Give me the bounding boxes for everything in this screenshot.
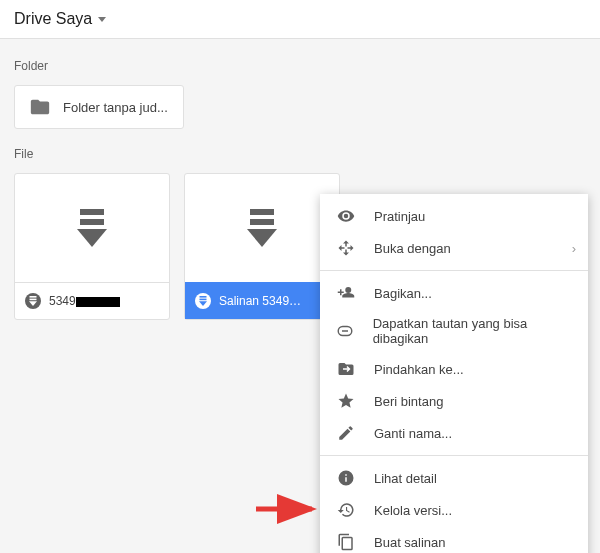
person-add-icon: [336, 284, 356, 302]
menu-label: Beri bintang: [374, 394, 443, 409]
location-bar[interactable]: Drive Saya: [0, 0, 600, 39]
file-name: 5349: [49, 294, 159, 308]
menu-label: Pratinjau: [374, 209, 425, 224]
menu-get-link[interactable]: Dapatkan tautan yang bisa dibagikan: [320, 309, 588, 353]
context-menu: Pratinjau Buka dengan › Bagikan... Dapat…: [320, 194, 588, 553]
menu-versions[interactable]: Kelola versi...: [320, 494, 588, 526]
pencil-icon: [336, 424, 356, 442]
menu-label: Kelola versi...: [374, 503, 452, 518]
menu-star[interactable]: Beri bintang: [320, 385, 588, 417]
svg-marker-2: [77, 229, 107, 247]
eye-icon: [336, 207, 356, 225]
info-icon: [336, 469, 356, 487]
file-footer: Salinan 5349: [185, 282, 339, 319]
menu-share[interactable]: Bagikan...: [320, 277, 588, 309]
folder-move-icon: [336, 360, 356, 378]
svg-rect-12: [200, 299, 207, 301]
menu-separator: [320, 270, 588, 271]
svg-rect-4: [30, 296, 37, 298]
menu-label: Bagikan...: [374, 286, 432, 301]
menu-move-to[interactable]: Pindahkan ke...: [320, 353, 588, 385]
svg-point-3: [25, 293, 41, 309]
file-type-icon: [25, 293, 41, 309]
menu-details[interactable]: Lihat detail: [320, 462, 588, 494]
file-thumbnail: [15, 174, 169, 282]
file-thumbnail: [185, 174, 339, 282]
menu-label: Buka dengan: [374, 241, 451, 256]
svg-marker-9: [247, 229, 277, 247]
file-item[interactable]: 5349: [14, 173, 170, 320]
menu-rename[interactable]: Ganti nama...: [320, 417, 588, 449]
file-section-label: File: [14, 147, 586, 161]
svg-rect-8: [250, 219, 274, 225]
svg-rect-5: [30, 299, 37, 301]
file-name: Salinan 5349: [219, 294, 329, 308]
history-icon: [336, 501, 356, 519]
menu-label: Ganti nama...: [374, 426, 452, 441]
svg-rect-1: [80, 219, 104, 225]
chevron-right-icon: ›: [572, 241, 576, 256]
menu-label: Buat salinan: [374, 535, 446, 550]
folder-name: Folder tanpa jud...: [63, 100, 168, 115]
menu-separator: [320, 455, 588, 456]
svg-rect-7: [250, 209, 274, 215]
folder-icon: [29, 96, 51, 118]
open-with-icon: [336, 239, 356, 257]
svg-point-10: [195, 293, 211, 309]
annotation-arrow-icon: [254, 494, 324, 524]
location-title: Drive Saya: [14, 10, 92, 28]
file-type-icon: [195, 293, 211, 309]
star-icon: [336, 392, 356, 410]
stacked-download-icon: [247, 209, 277, 247]
redacted-text: [76, 297, 120, 307]
stacked-download-icon: [77, 209, 107, 247]
link-icon: [336, 322, 355, 340]
svg-rect-11: [200, 296, 207, 298]
folder-section-label: Folder: [14, 59, 586, 73]
file-item-selected[interactable]: Salinan 5349: [184, 173, 340, 320]
menu-make-copy[interactable]: Buat salinan: [320, 526, 588, 553]
copy-icon: [336, 533, 356, 551]
folder-item[interactable]: Folder tanpa jud...: [14, 85, 184, 129]
menu-preview[interactable]: Pratinjau: [320, 200, 588, 232]
dropdown-caret-icon: [98, 17, 106, 22]
menu-label: Dapatkan tautan yang bisa dibagikan: [373, 316, 572, 346]
menu-label: Lihat detail: [374, 471, 437, 486]
svg-rect-0: [80, 209, 104, 215]
menu-label: Pindahkan ke...: [374, 362, 464, 377]
menu-open-with[interactable]: Buka dengan ›: [320, 232, 588, 264]
file-footer: 5349: [15, 282, 169, 319]
